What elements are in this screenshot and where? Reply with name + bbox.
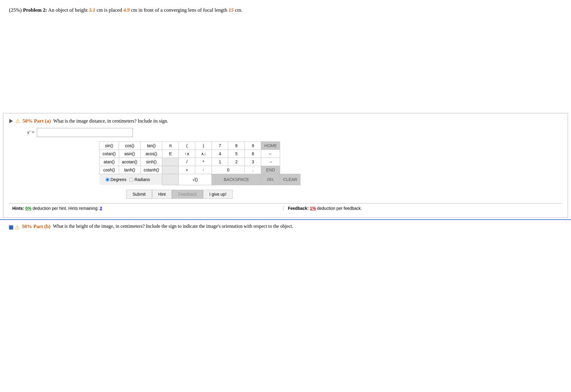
- calc-plus[interactable]: +: [179, 166, 195, 174]
- part-a-question: What is the image distance, in centimete…: [53, 118, 168, 124]
- calc-backspace[interactable]: BACKSPACE: [212, 174, 261, 185]
- calc-row-5: Degrees Radians √() BACKSPACE DEL: [100, 174, 300, 185]
- calc-tan[interactable]: tan(): [140, 142, 162, 150]
- calc-0[interactable]: 0: [212, 166, 245, 174]
- calc-3[interactable]: 3: [245, 158, 261, 166]
- calc-6[interactable]: 6: [245, 150, 261, 158]
- hints-feedback-bar: Hints: 0% deduction per hint. Hints rema…: [9, 203, 562, 213]
- feedback-deduction-pct: 1%: [310, 206, 316, 211]
- calc-cotanh[interactable]: cotanh(): [140, 166, 162, 174]
- radians-radio[interactable]: [129, 178, 133, 182]
- answer-input[interactable]: [37, 128, 133, 137]
- give-up-button[interactable]: I give up!: [203, 190, 233, 199]
- calc-5[interactable]: 5: [228, 150, 245, 158]
- calc-divide[interactable]: /: [179, 158, 195, 166]
- calc-arrow-left[interactable]: ←: [261, 150, 280, 158]
- calculator-area: sin() cos() tan() π ( ) 7 8 9 HOME cotan…: [99, 141, 562, 185]
- calc-1[interactable]: 1: [212, 158, 228, 166]
- calc-lparen[interactable]: (: [179, 142, 195, 150]
- submit-button[interactable]: Submit: [126, 190, 152, 199]
- expand-icon[interactable]: [9, 119, 13, 123]
- degrees-radians-row: Degrees Radians: [103, 176, 159, 183]
- feedback-section: Feedback: 1% deduction per feedback.: [283, 206, 559, 211]
- part-a-header: ⚠ 50% Part (a) What is the image distanc…: [9, 118, 562, 124]
- calc-sqrt[interactable]: √(): [179, 174, 212, 185]
- degrees-radio-label[interactable]: Degrees: [106, 177, 127, 182]
- calc-multiply[interactable]: *: [195, 158, 212, 166]
- problem-header: (25%) Problem 2: An object of height 3.1…: [0, 0, 571, 17]
- calc-pi[interactable]: π: [162, 142, 179, 150]
- calc-row-4: cosh() tanh() cotanh() + - 0 . END: [100, 166, 300, 174]
- hint-button[interactable]: Hint: [152, 190, 172, 199]
- hints-remaining[interactable]: 2: [100, 206, 102, 211]
- calc-asin[interactable]: asin(): [119, 150, 140, 158]
- calc-2[interactable]: 2: [228, 158, 245, 166]
- problem-description: An object of height: [48, 7, 88, 13]
- calc-row-3: atan() acotan() sinh() / * 1 2 3 →: [100, 158, 300, 166]
- feedback-label: Feedback:: [288, 206, 309, 211]
- part-b-warning-icon: ⚠: [15, 224, 19, 231]
- part-b-icon: ⚠: [9, 224, 19, 231]
- part-a-section: ⚠ 50% Part (a) What is the image distanc…: [3, 113, 568, 218]
- calc-down-arrow[interactable]: ∧↓: [195, 150, 212, 158]
- focal-unit: cm.: [235, 7, 242, 13]
- hints-deduction-text: deduction per hint. Hints remaining:: [33, 206, 99, 211]
- calc-row-1: sin() cos() tan() π ( ) 7 8 9 HOME: [100, 142, 300, 150]
- calc-atan[interactable]: atan(): [100, 158, 119, 166]
- hints-label: Hints:: [12, 206, 24, 211]
- page-container: (25%) Problem 2: An object of height 3.1…: [0, 0, 571, 392]
- part-b-section: ⚠ 50% Part (b) What is the height of the…: [0, 219, 571, 234]
- warning-icon: ⚠: [15, 118, 20, 124]
- feedback-deduction-text: deduction per feedback.: [317, 206, 362, 211]
- calc-row-2: cotan() asin() acos() E ↑∧ ∧↓ 4 5 6 ←: [100, 150, 300, 158]
- hints-section: Hints: 0% deduction per hint. Hints rema…: [12, 206, 283, 211]
- spacer: [0, 17, 571, 113]
- calc-dot[interactable]: .: [245, 166, 261, 174]
- distance-value: 4.9: [123, 7, 130, 13]
- part-b-question: What is the height of the image, in cent…: [53, 224, 293, 229]
- calc-minus[interactable]: -: [195, 166, 212, 174]
- calc-tanh[interactable]: tanh(): [119, 166, 140, 174]
- height-value: 3.1: [89, 7, 95, 13]
- calc-sin[interactable]: sin(): [100, 142, 119, 150]
- calc-sinh[interactable]: sinh(): [140, 158, 162, 166]
- calc-up-arrow[interactable]: ↑∧: [179, 150, 195, 158]
- calc-rparen[interactable]: ): [195, 142, 212, 150]
- calc-cosh[interactable]: cosh(): [100, 166, 119, 174]
- calc-empty1: [162, 158, 179, 166]
- calc-acos[interactable]: acos(): [140, 150, 162, 158]
- calc-7[interactable]: 7: [212, 142, 228, 150]
- distance-text: cm in front of a converging lens of foca…: [131, 7, 227, 13]
- height-unit: cm is placed: [97, 7, 122, 13]
- calc-cotan[interactable]: cotan(): [100, 150, 119, 158]
- input-label: s' =: [27, 130, 34, 135]
- part-a-label: 50% Part (a): [22, 118, 51, 124]
- calc-del[interactable]: DEL: [261, 174, 280, 185]
- calc-9[interactable]: 9: [245, 142, 261, 150]
- calc-table: sin() cos() tan() π ( ) 7 8 9 HOME cotan…: [99, 141, 300, 185]
- calc-home[interactable]: HOME: [261, 142, 280, 150]
- part-b-label: 50% Part (b): [22, 224, 50, 230]
- calc-clear[interactable]: CLEAR: [280, 174, 300, 185]
- answer-input-row: s' =: [27, 128, 562, 137]
- calc-end[interactable]: END: [261, 166, 280, 174]
- degrees-label: Degrees: [111, 177, 127, 182]
- problem-number: (25%): [9, 7, 22, 13]
- hints-deduction-pct: 0%: [25, 206, 31, 211]
- calc-empty3: [162, 174, 179, 185]
- calc-empty2: [162, 166, 179, 174]
- calc-e[interactable]: E: [162, 150, 179, 158]
- calc-cos[interactable]: cos(): [119, 142, 140, 150]
- action-buttons-row: Submit Hint Feedback I give up!: [126, 190, 562, 199]
- calc-8[interactable]: 8: [228, 142, 245, 150]
- focal-value: 15: [229, 7, 234, 13]
- radians-label: Radians: [134, 177, 150, 182]
- calc-acotan[interactable]: acotan(): [119, 158, 140, 166]
- radians-radio-label[interactable]: Radians: [129, 177, 150, 182]
- calc-arrow-right[interactable]: →: [261, 158, 280, 166]
- feedback-button[interactable]: Feedback: [172, 190, 203, 199]
- calc-4[interactable]: 4: [212, 150, 228, 158]
- degrees-radio[interactable]: [106, 178, 109, 182]
- degrees-radians-cell: Degrees Radians: [100, 174, 162, 185]
- problem-label: Problem 2:: [23, 7, 47, 13]
